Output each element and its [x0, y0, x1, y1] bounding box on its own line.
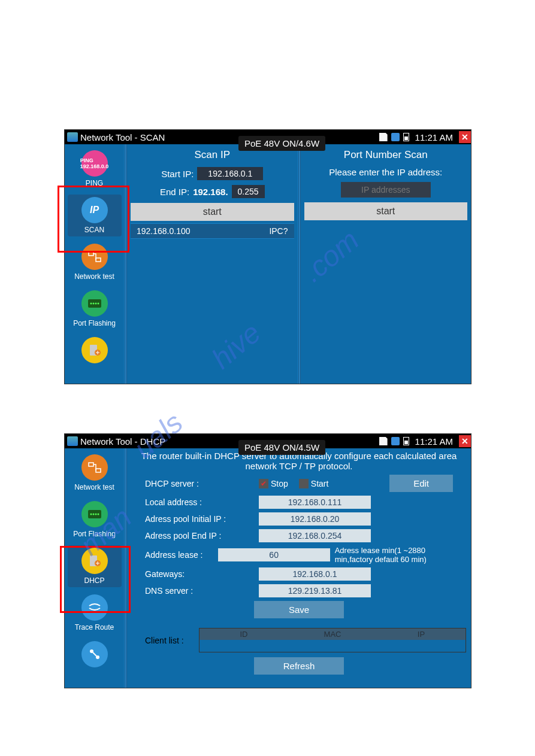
- window-title: Network Tool - DHCP: [80, 436, 165, 447]
- gateways-input[interactable]: [259, 567, 371, 581]
- sidebar-item-port-flashing[interactable]: Port Flashing: [68, 288, 122, 330]
- svg-rect-10: [96, 469, 101, 472]
- svg-point-15: [97, 514, 99, 515]
- svg-point-5: [95, 303, 96, 305]
- scan-results: 192.168.0.100 IPC?: [131, 223, 294, 239]
- start-checkbox[interactable]: [299, 479, 309, 488]
- sdcard-icon: [379, 437, 388, 445]
- edit-button[interactable]: Edit: [389, 475, 453, 492]
- pool-end-label: Adress pool End IP :: [145, 531, 259, 541]
- refresh-button[interactable]: Refresh: [254, 657, 344, 675]
- sidebar-label: Network test: [74, 272, 114, 281]
- svg-rect-2: [88, 299, 101, 308]
- end-ip-label: End IP:: [160, 187, 189, 197]
- status-bar: 11:21 AM ✕: [379, 434, 471, 448]
- sidebar-label: DHCP: [84, 576, 104, 585]
- sidebar-item-port-flashing[interactable]: Port Flashing: [68, 499, 122, 541]
- network-icon: [391, 437, 400, 445]
- sidebar: Network test Port Flashing DHCP Trace Ro…: [65, 448, 125, 688]
- sidebar-item-ping[interactable]: PING192.168.0.0 PING: [68, 148, 122, 190]
- col-ip: IP: [377, 629, 466, 640]
- sidebar-label: Port Flashing: [73, 530, 116, 538]
- result-type: IPC?: [269, 226, 288, 236]
- titlebar: Network Tool - SCAN PoE 48V ON/4.6W 11:2…: [65, 130, 471, 144]
- local-address-label: Local address :: [145, 497, 259, 507]
- svg-rect-11: [88, 510, 101, 518]
- link-monitor-icon: [81, 641, 108, 667]
- port-scan-start-button[interactable]: start: [304, 202, 468, 220]
- gateways-label: Gateways:: [145, 569, 259, 579]
- stop-label: Stop: [271, 479, 288, 488]
- port-flashing-icon: [81, 290, 108, 317]
- dns-label: DNS server :: [145, 586, 259, 596]
- sidebar: PING192.168.0.0 PING IP SCAN Network tes…: [65, 144, 125, 384]
- pool-end-input[interactable]: [259, 529, 371, 542]
- lease-hint: Adress lease min(1 ~2880 min,factory def…: [335, 546, 453, 564]
- sidebar-label: Port Flashing: [73, 319, 116, 327]
- sidebar-label: Trace Route: [75, 623, 114, 631]
- port-scan-ip-input[interactable]: [341, 182, 431, 198]
- scan-ip-panel: Scan IP Start IP: End IP: 192.168. start…: [127, 144, 298, 384]
- sidebar-item-link[interactable]: [68, 639, 122, 672]
- client-list-label: Client list :: [145, 636, 199, 645]
- client-table-body: [200, 640, 466, 652]
- close-button[interactable]: ✕: [459, 131, 471, 143]
- start-label: Start: [311, 479, 329, 488]
- col-id: ID: [200, 629, 288, 640]
- app-icon: [67, 436, 78, 446]
- screen-dhcp: Network Tool - DHCP PoE 48V ON/4.5W 11:2…: [64, 433, 471, 688]
- end-ip-input[interactable]: [232, 185, 265, 198]
- save-button[interactable]: Save: [254, 601, 344, 618]
- ip-scan-icon: IP: [81, 197, 108, 223]
- port-flashing-icon: [81, 501, 108, 527]
- svg-rect-9: [89, 463, 93, 466]
- sidebar-label: PING: [86, 179, 103, 187]
- app-icon: [67, 132, 78, 142]
- network-test-icon: [81, 454, 108, 481]
- end-ip-prefix: 192.168.: [193, 187, 228, 197]
- sidebar-item-scan[interactable]: IP SCAN: [68, 195, 122, 236]
- lease-input[interactable]: [218, 548, 330, 561]
- sidebar-item-dhcp[interactable]: [68, 335, 122, 368]
- client-list-section: Client list : ID MAC IP: [127, 628, 471, 652]
- sidebar-label: SCAN: [84, 226, 104, 234]
- ping-icon: PING192.168.0.0: [81, 150, 108, 177]
- sidebar-item-network-test[interactable]: Network test: [68, 241, 122, 283]
- svg-point-14: [95, 514, 96, 515]
- poe-status-badge: PoE 48V ON/4.6W: [238, 136, 325, 151]
- scan-start-button[interactable]: start: [131, 203, 294, 221]
- dhcp-icon: [81, 337, 108, 363]
- stop-checkbox[interactable]: [259, 479, 268, 488]
- svg-point-3: [90, 303, 92, 305]
- port-scan-title: Port Number Scan: [304, 149, 468, 161]
- clock: 11:21 AM: [413, 132, 455, 142]
- close-button[interactable]: ✕: [459, 435, 471, 447]
- sidebar-item-trace-route[interactable]: Trace Route: [68, 592, 122, 634]
- start-ip-label: Start IP:: [161, 169, 194, 179]
- status-bar: 11:21 AM ✕: [379, 130, 471, 144]
- pool-initial-input[interactable]: [259, 512, 371, 526]
- sdcard-icon: [379, 133, 388, 141]
- dns-input[interactable]: [259, 584, 371, 597]
- lease-label: Address lease :: [145, 550, 218, 560]
- dhcp-icon: [81, 548, 108, 574]
- sidebar-item-network-test[interactable]: Network test: [68, 452, 122, 494]
- svg-point-6: [97, 303, 99, 305]
- titlebar: Network Tool - DHCP PoE 48V ON/4.5W 11:2…: [65, 434, 471, 448]
- sidebar-label: Network test: [74, 483, 114, 491]
- local-address-input[interactable]: [259, 496, 371, 509]
- scan-result-row[interactable]: 192.168.0.100 IPC?: [131, 224, 294, 239]
- clock: 11:21 AM: [413, 436, 455, 447]
- battery-icon: [403, 133, 409, 141]
- screen-scan: Network Tool - SCAN PoE 48V ON/4.6W 11:2…: [64, 129, 471, 384]
- poe-status-badge: PoE 48V ON/4.5W: [238, 440, 325, 455]
- scan-ip-title: Scan IP: [131, 149, 294, 161]
- svg-point-13: [92, 514, 94, 515]
- port-scan-panel: Port Number Scan Please enter the IP add…: [301, 144, 471, 384]
- sidebar-item-dhcp[interactable]: DHCP: [68, 545, 122, 587]
- pool-initial-label: Adress pool Initial IP :: [145, 514, 259, 524]
- network-icon: [391, 133, 400, 141]
- trace-route-icon: [81, 594, 108, 621]
- window-title: Network Tool - SCAN: [80, 132, 165, 142]
- start-ip-input[interactable]: [197, 167, 263, 180]
